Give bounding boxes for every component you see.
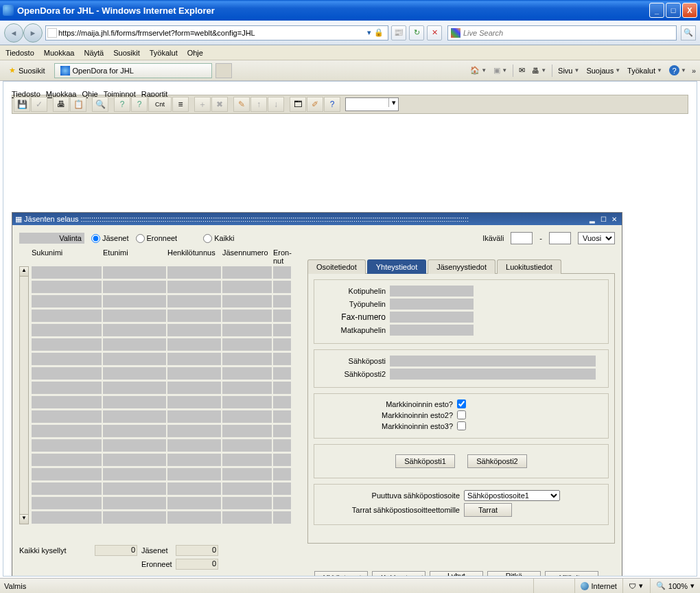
grid-cell[interactable] — [103, 425, 166, 437]
email1-button[interactable]: Sähköposti1 — [395, 454, 455, 468]
browser-tab[interactable]: OpenDora for JHL — [54, 63, 212, 78]
grid-cell[interactable] — [32, 468, 102, 480]
grid-cell[interactable] — [32, 482, 102, 495]
home-button[interactable]: 🏠▼ — [469, 66, 488, 75]
tool-query2[interactable]: ? — [131, 97, 148, 112]
radio-kaikki[interactable]: Kaikki — [203, 234, 234, 243]
table-row[interactable] — [32, 410, 301, 423]
feeds-button[interactable]: ▣▼ — [492, 66, 509, 75]
tools-menu[interactable]: Työkalut▼ — [626, 67, 664, 75]
grid-cell[interactable] — [103, 353, 166, 365]
grid-cell[interactable] — [167, 353, 221, 365]
grid-cell[interactable] — [103, 497, 166, 509]
grid-cell[interactable] — [273, 425, 291, 437]
grid-cell[interactable] — [32, 454, 102, 466]
appmenu-muokkaa[interactable]: Muokkaa — [46, 90, 77, 91]
tool-help[interactable]: ? — [324, 97, 340, 112]
tyopuhelin-input[interactable] — [390, 299, 474, 310]
grid-cell[interactable] — [167, 295, 221, 307]
table-row[interactable] — [32, 382, 301, 394]
grid-cell[interactable] — [103, 382, 166, 394]
grid-cell[interactable] — [273, 482, 291, 495]
table-row[interactable] — [32, 396, 301, 408]
grid-cell[interactable] — [167, 425, 221, 437]
grid-cell[interactable] — [222, 482, 272, 495]
grid-cell[interactable] — [103, 281, 166, 293]
lyhyt-luettelo-button[interactable]: Lyhyt luettelo — [430, 571, 483, 577]
help-button[interactable]: ?▼ — [668, 65, 688, 75]
tool-save[interactable]: 💾 — [14, 97, 30, 112]
grid-scrollbar[interactable]: ▲ ▼ — [19, 266, 29, 524]
mk2-checkbox[interactable] — [457, 410, 466, 419]
grid-cell[interactable] — [273, 295, 291, 307]
address-field-wrap[interactable]: ▾ 🔒 — [45, 25, 388, 40]
grid-cell[interactable] — [167, 497, 221, 509]
puuttuva-select[interactable]: Sähköpostiosoite1 — [464, 490, 560, 501]
favorites-button[interactable]: ★ Suosikit — [4, 64, 50, 77]
grid-cell[interactable] — [273, 454, 291, 466]
grid-cell[interactable] — [103, 482, 166, 495]
maximize-button[interactable]: □ — [666, 3, 681, 18]
yllapito-button[interactable]: Ylläpito — [545, 571, 598, 577]
grid-cell[interactable] — [103, 410, 166, 423]
table-row[interactable] — [32, 482, 301, 495]
grid-cell[interactable] — [103, 511, 166, 524]
tool-printsetup[interactable]: 📋 — [70, 97, 86, 112]
grid-cell[interactable] — [222, 497, 272, 509]
tool-down[interactable]: ↓ — [268, 97, 284, 112]
tab-luokitustiedot[interactable]: Luokitustiedot — [497, 259, 561, 274]
ykkostarrat-button[interactable]: Ykköstarrat — [314, 571, 368, 577]
grid-cell[interactable] — [273, 410, 291, 423]
grid-cell[interactable] — [222, 468, 272, 480]
table-row[interactable] — [32, 425, 301, 437]
email2-input[interactable] — [390, 369, 596, 380]
tool-add[interactable]: ＋ — [194, 97, 211, 112]
grid-cell[interactable] — [103, 266, 166, 279]
address-input[interactable] — [58, 29, 367, 37]
forward-button[interactable]: ► — [23, 23, 43, 43]
subwin-min[interactable]: ▂ — [587, 214, 597, 224]
subwin-max[interactable]: ☐ — [598, 214, 608, 224]
grid-cell[interactable] — [103, 468, 166, 480]
overflow-button[interactable]: » — [692, 67, 696, 75]
grid-cell[interactable] — [32, 410, 102, 423]
mk1-checkbox[interactable] — [457, 399, 466, 408]
grid-cell[interactable] — [32, 338, 102, 351]
grid-cell[interactable] — [222, 338, 272, 351]
search-box[interactable] — [447, 25, 677, 40]
table-row[interactable] — [32, 353, 301, 365]
grid-cell[interactable] — [273, 382, 291, 394]
grid-cell[interactable] — [222, 367, 272, 380]
grid-cell[interactable] — [32, 353, 102, 365]
grid-cell[interactable] — [167, 266, 221, 279]
radio-jasenet[interactable]: Jäsenet — [91, 234, 129, 243]
grid-cell[interactable] — [167, 454, 221, 466]
print-button[interactable]: 🖶▼ — [530, 67, 548, 75]
grid-cell[interactable] — [222, 410, 272, 423]
grid-cell[interactable] — [167, 439, 221, 452]
email1-input[interactable] — [390, 356, 596, 367]
kotipuhelin-input[interactable] — [390, 286, 474, 296]
grid-cell[interactable] — [222, 382, 272, 394]
mail-button[interactable]: ✉ — [517, 66, 526, 75]
grid-cell[interactable] — [222, 266, 272, 279]
tool-up[interactable]: ↑ — [250, 97, 267, 112]
grid-cell[interactable] — [222, 425, 272, 437]
menu-nayta[interactable]: Näytä — [84, 49, 104, 57]
fax-input[interactable] — [390, 312, 474, 323]
tool-check[interactable]: ✓ — [31, 97, 47, 112]
tab-osoitetiedot[interactable]: Osoitetiedot — [307, 259, 366, 274]
grid-cell[interactable] — [103, 310, 166, 322]
table-row[interactable] — [32, 511, 301, 524]
compat-view-button[interactable]: 📰 — [391, 25, 406, 40]
appmenu-toiminnot[interactable]: Toiminnot — [104, 90, 136, 91]
tool-search[interactable]: 🔍 — [92, 97, 108, 112]
email2-button[interactable]: Sähköposti2 — [467, 454, 527, 468]
menu-tiedosto[interactable]: Tiedosto — [5, 49, 34, 57]
grid-cell[interactable] — [273, 310, 291, 322]
grid-cell[interactable] — [103, 454, 166, 466]
pitka-luettelo-button[interactable]: Pitkä luettelo — [487, 571, 541, 577]
table-row[interactable] — [32, 310, 301, 322]
appmenu-raportit[interactable]: Raportit — [141, 90, 168, 91]
tool-cnt[interactable]: Cnt — [148, 97, 172, 112]
